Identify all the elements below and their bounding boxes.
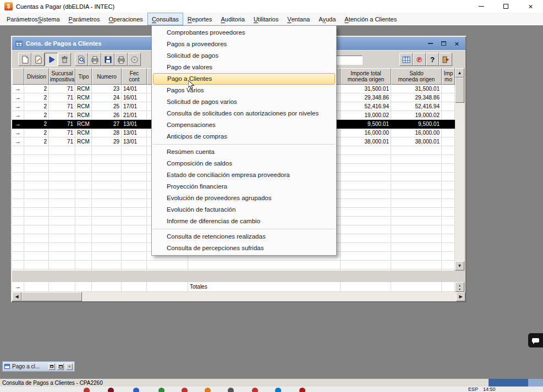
child-close-button[interactable]: × bbox=[454, 40, 459, 47]
maximize-button[interactable] bbox=[493, 0, 518, 13]
menubar-item-utilitarios[interactable]: Utilitarios bbox=[249, 13, 283, 25]
minimized-maximize-button[interactable] bbox=[57, 363, 64, 370]
save-button[interactable] bbox=[101, 53, 114, 66]
cell-saldo: 31,500.01 bbox=[391, 85, 442, 93]
cell-saldo bbox=[391, 217, 442, 225]
export-button[interactable] bbox=[128, 53, 141, 66]
row-selector bbox=[12, 173, 24, 181]
taskbar-app-icon[interactable] bbox=[108, 388, 114, 392]
minimized-close-button[interactable]: × bbox=[66, 363, 73, 370]
cell-fecha bbox=[122, 234, 147, 243]
preview-button[interactable] bbox=[75, 53, 88, 66]
grid-header-col-8[interactable]: Importe totalmoneda origen bbox=[341, 68, 391, 85]
row-selector bbox=[12, 164, 24, 173]
menubar-item-reportes[interactable]: Reportes bbox=[183, 13, 217, 25]
menu-item-consulta-de-solicitudes-con-autorizaciones-por-niveles[interactable]: Consulta de solicitudes con autorizacion… bbox=[152, 108, 336, 119]
grid-header-col-9[interactable]: Saldomoneda origen bbox=[391, 68, 442, 85]
table-view-button[interactable] bbox=[399, 53, 413, 66]
print-report-button[interactable] bbox=[114, 53, 128, 66]
cell-tipo bbox=[75, 208, 92, 217]
taskbar-app-icon[interactable] bbox=[275, 388, 281, 392]
taskbar-app-icon[interactable] bbox=[84, 388, 90, 392]
minimized-restore-button[interactable] bbox=[48, 363, 55, 370]
vertical-scroll-thumb[interactable] bbox=[455, 78, 464, 103]
edit-button[interactable] bbox=[31, 53, 45, 66]
menu-item-composici-n-de-saldos[interactable]: Composición de saldos bbox=[152, 158, 336, 169]
minimized-window-pago-a-clientes[interactable]: Pago a cl... × bbox=[2, 361, 75, 372]
minimize-button[interactable] bbox=[469, 0, 493, 13]
horizontal-scrollbar[interactable]: ◀ ▶ bbox=[12, 292, 465, 301]
menu-item-pagos-varios[interactable]: Pagos Varios bbox=[152, 85, 336, 96]
grid-header-col-1[interactable]: Division bbox=[24, 68, 49, 85]
cell-fecha: 21/01 bbox=[122, 111, 147, 120]
grid-header-col-10[interactable]: Impmo bbox=[442, 68, 455, 85]
menu-item-comprobantes-proveedores[interactable]: Comprobantes proveedores bbox=[152, 27, 336, 38]
taskbar-app-icon[interactable] bbox=[158, 388, 164, 392]
new-button[interactable] bbox=[18, 53, 31, 66]
horizontal-scroll-thumb[interactable] bbox=[21, 292, 82, 301]
scroll-left-button[interactable]: ◀ bbox=[12, 292, 21, 301]
grid-header-col-5[interactable]: Feccont bbox=[122, 68, 147, 85]
menu-item-evoluci-n-de-proveedores-agrupados[interactable]: Evolución de proveedores agrupados bbox=[152, 192, 336, 204]
menu-item-evoluci-n-de-facturaci-n[interactable]: Evolución de facturación bbox=[152, 204, 336, 216]
cell-saldo bbox=[391, 243, 442, 252]
menu-item-compensaciones[interactable]: Compensaciones bbox=[152, 119, 336, 131]
menubar-item-consultas[interactable]: Consultas bbox=[147, 13, 183, 25]
menu-item-solicitud-de-pagos[interactable]: Solicitud de pagos bbox=[152, 50, 336, 62]
taskbar-app-icon[interactable] bbox=[228, 388, 234, 392]
vertical-scrollbar[interactable]: ▲ ▼ bbox=[455, 68, 464, 270]
cell-division: 2 bbox=[24, 85, 49, 93]
grid-header-col-4[interactable]: Numero bbox=[92, 68, 122, 85]
menu-item-anticipos-de-compras[interactable]: Anticipos de compras bbox=[152, 131, 336, 142]
menu-item-consulta-de-percepciones-sufridas[interactable]: Consulta de percepciones sufridas bbox=[152, 242, 336, 254]
overlay-chat-icon[interactable] bbox=[528, 333, 543, 347]
cell-saldo: 52,416.94 bbox=[391, 102, 442, 111]
close-button[interactable]: × bbox=[518, 0, 543, 13]
exit-button[interactable] bbox=[439, 53, 452, 66]
scroll-down-button[interactable]: ▼ bbox=[455, 261, 464, 270]
delete-button[interactable] bbox=[58, 53, 71, 66]
print-button[interactable] bbox=[88, 53, 101, 66]
menu-item-res-men-cuenta[interactable]: Resúmen cuenta bbox=[152, 146, 336, 158]
menu-item-pago-a-clientes[interactable]: Pago a Clientes bbox=[153, 73, 335, 85]
cell-saldo bbox=[391, 261, 442, 269]
menu-item-consulta-de-retenciones-realizadas[interactable]: Consulta de retenciones realizadas bbox=[152, 231, 336, 242]
help-button[interactable]: ? bbox=[426, 53, 439, 66]
child-minimize-button[interactable] bbox=[428, 43, 433, 44]
cell-tipo bbox=[75, 234, 92, 243]
taskbar-app-icon[interactable] bbox=[133, 388, 139, 392]
window-titlebar[interactable]: $ Cuentas a Pagar (dbELDIA - INTEC) × bbox=[0, 0, 543, 13]
menu-item-proyecci-n-financiera[interactable]: Proyección financiera bbox=[152, 181, 336, 192]
menu-item-pago-de-valores[interactable]: Pago de valores bbox=[152, 62, 336, 73]
taskbar-app-icon[interactable] bbox=[252, 388, 258, 392]
menu-item-pagos-a-proveedores[interactable]: Pagos a proveedores bbox=[152, 38, 336, 50]
menu-item-informe-de-diferencias-de-cambio[interactable]: Informe de diferencias de cambio bbox=[152, 216, 336, 227]
cell-division: 2 bbox=[24, 120, 49, 129]
menubar-item-par-metros[interactable]: Parámetros bbox=[64, 13, 105, 25]
menubar-item-ventana[interactable]: Ventana bbox=[283, 13, 314, 25]
language-indicator[interactable]: ESP bbox=[468, 387, 478, 392]
taskbar-app-icon[interactable] bbox=[182, 388, 188, 392]
grid-header-col-0[interactable] bbox=[12, 68, 24, 85]
menubar-item-atenci-n-a-clientes[interactable]: Atención a Clientes bbox=[340, 13, 401, 25]
cell-sucursal bbox=[49, 252, 75, 261]
menubar-item-par-metros-sistema[interactable]: Parámetros Sistema bbox=[2, 13, 64, 25]
menubar-item-ayuda[interactable]: Ayuda bbox=[314, 13, 340, 25]
grid-header-col-2[interactable]: Sucursalimpositiva bbox=[49, 68, 75, 85]
cell-saldo: 16,000.00 bbox=[391, 129, 442, 137]
scroll-right-button[interactable]: ▶ bbox=[456, 292, 465, 301]
statusbar-blue-segment bbox=[489, 379, 528, 387]
taskbar-app-icon[interactable] bbox=[299, 388, 305, 392]
scroll-up-button[interactable]: ▲ bbox=[455, 68, 464, 78]
menubar-item-auditoria[interactable]: Auditoria bbox=[216, 13, 249, 25]
grid-header-col-3[interactable]: Tipo bbox=[75, 68, 92, 85]
taskbar-clock[interactable]: 14:50 bbox=[483, 387, 496, 392]
menu-item-estado-de-conciliaci-n-empresa-proveedora[interactable]: Estado de conciliación empresa proveedor… bbox=[152, 169, 336, 181]
totals-button[interactable]: ℗ bbox=[413, 53, 426, 66]
menubar-item-operaciones[interactable]: Operaciones bbox=[104, 13, 147, 25]
taskbar-app-icon[interactable] bbox=[205, 388, 211, 392]
menu-item-solicitud-de-pagos-varios[interactable]: Solicitud de pagos varios bbox=[152, 96, 336, 108]
run-button[interactable] bbox=[45, 53, 58, 66]
child-maximize-button[interactable] bbox=[441, 41, 446, 46]
totals-spin-buttons[interactable]: ▲▼ bbox=[455, 282, 464, 292]
